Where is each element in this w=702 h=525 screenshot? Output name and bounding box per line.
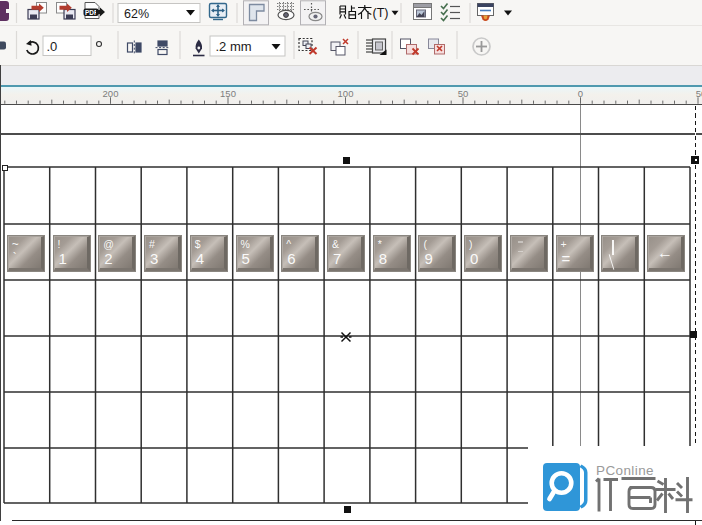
svg-text:PConline: PConline	[596, 463, 654, 478]
svg-text:.2 mm: .2 mm	[216, 39, 252, 54]
svg-text:(T): (T)	[373, 6, 389, 20]
svg-text:62%: 62%	[124, 7, 149, 21]
svg-text:.0: .0	[47, 39, 58, 54]
